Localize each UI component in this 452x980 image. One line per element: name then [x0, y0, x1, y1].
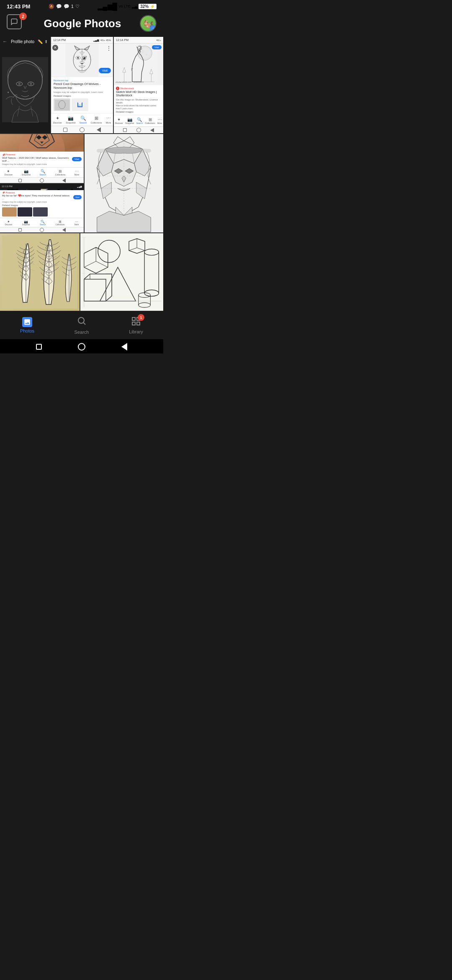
wf-nav-discover[interactable]: ✦Discover	[5, 220, 13, 226]
search-label: Search	[74, 330, 89, 335]
nav-discover[interactable]: ✦ Discover	[53, 116, 62, 124]
arm-nav-ci[interactable]	[40, 178, 44, 183]
wolf-thumb-1[interactable]	[54, 98, 70, 111]
home-button[interactable]	[78, 343, 85, 351]
shutter-nav-discover[interactable]: ✦ Discover	[115, 117, 123, 124]
nav-search[interactable]: 🔍 Search	[80, 116, 87, 124]
nav-back-mini[interactable]	[97, 127, 101, 132]
arm-nav-snapshot[interactable]: 📷Snapshot	[22, 169, 31, 176]
shutter-site: S Shutterstock	[116, 87, 161, 90]
svg-point-4	[18, 83, 21, 85]
wf-visit-btn[interactable]: Visit	[73, 195, 82, 199]
battery-indicator: 32% ⚡	[139, 4, 157, 9]
shutter-nav-back[interactable]	[150, 128, 154, 132]
wolf-nav-bar: ✦ Discover 📷 Snapshot 🔍 Search ⊞ Collect…	[51, 113, 113, 126]
wf-nav-bk[interactable]	[62, 228, 66, 232]
wolf-more-btn[interactable]: ⋮	[106, 45, 112, 52]
edit-icon[interactable]: ✏️	[38, 39, 43, 44]
wf-thumb-3[interactable]	[33, 207, 48, 217]
feathers-cell[interactable]	[0, 233, 80, 311]
shutter-nav-search[interactable]: 🔍 Search	[136, 117, 143, 124]
arm-copyright: Images may be subject to copyright. Lear…	[2, 163, 71, 165]
wf-nav-collections[interactable]: ⊞Collections	[56, 220, 65, 226]
profile-topbar: ← Profile photo ✏️ ⬆	[0, 37, 50, 46]
wf-nav-more[interactable]: ⋯More	[74, 220, 79, 226]
nav-more[interactable]: ⋯ More	[106, 116, 111, 124]
svg-point-5	[30, 83, 32, 85]
wf-nav-snapshot[interactable]: 📷Snapshot	[22, 220, 30, 226]
app-header: 2 Google Photos 🐿️ ↑	[0, 12, 163, 37]
arm-nav-more[interactable]: ⋯More	[74, 169, 79, 176]
title-regular: Google	[44, 17, 82, 30]
svg-rect-83	[137, 322, 140, 325]
shutter-watermark: shutterstock.com · 529280914	[116, 81, 144, 83]
wf-nav-ci[interactable]	[40, 228, 44, 232]
shapes-cell[interactable]	[80, 233, 163, 311]
wolf-visit-btn[interactable]: Visit	[99, 68, 111, 73]
svg-rect-51	[97, 149, 151, 152]
shutter-nav-bar: ✦ Discover 📷 Snapshot 🔍 Search ⊞ Collect…	[114, 115, 163, 126]
messages-button[interactable]: 2	[7, 14, 25, 33]
shutter-nav-circle[interactable]	[136, 128, 141, 132]
nav-search-tab[interactable]: Search	[63, 316, 100, 335]
svg-rect-0	[2, 57, 48, 122]
library-badge: 1	[138, 314, 144, 321]
profile-title: Profile photo	[8, 39, 38, 44]
arm-visit-btn[interactable]: Visit	[72, 157, 82, 161]
nav-photos[interactable]: Photos	[8, 317, 46, 333]
signal-icon: ▂▄▆█	[98, 3, 117, 10]
arm-nav-sq[interactable]	[18, 179, 22, 182]
search-icon	[77, 316, 87, 328]
share-icon[interactable]: ⬆	[44, 39, 48, 44]
shutter-nav-more[interactable]: ⋯ More	[157, 117, 162, 124]
profile-photo-cell[interactable]: ← Profile photo ✏️ ⬆	[0, 37, 50, 133]
silent-icon: 🔕	[49, 4, 54, 9]
bottom-nav: Photos Search 1 Library	[0, 311, 163, 339]
shutter-title: Sketch Wolf HD Stock Images | Shuttersto…	[116, 90, 161, 98]
wolf-forest-cell[interactable]: 12:13 PM ▂▄▆	[0, 184, 84, 232]
geo-face-cell[interactable]	[85, 134, 163, 232]
library-icon-wrapper: 1	[131, 316, 141, 328]
wf-thumb-2[interactable]	[18, 207, 32, 217]
grid-row-2: 📌Pinterest Wolf Tattoos – 2020 DECOR | W…	[0, 134, 163, 232]
wolf-thumb-loading: ○	[72, 98, 88, 111]
shutterstock-cell[interactable]: 12:14 PM 4G+	[114, 37, 163, 133]
nav-square-mini[interactable]	[63, 128, 67, 132]
grid-row-1: ← Profile photo ✏️ ⬆	[0, 37, 163, 133]
shutter-visit-btn[interactable]: Visit	[152, 45, 162, 49]
arm-nav-collections[interactable]: ⊞Collections	[55, 169, 65, 176]
sim-icon: 1	[71, 4, 74, 9]
shutter-body2: Want to know where this information come…	[116, 104, 161, 110]
svg-rect-84	[132, 322, 135, 325]
arm-nav-discover[interactable]: ✦Discover	[5, 169, 13, 176]
recent-apps-button[interactable]	[36, 344, 42, 350]
photo-grid: ← Profile photo ✏️ ⬆	[0, 37, 163, 311]
svg-rect-81	[132, 317, 135, 320]
nav-snapshot[interactable]: 📷 Snapshot	[66, 116, 75, 124]
grid-row2-left: 📌Pinterest Wolf Tattoos – 2020 DECOR | W…	[0, 134, 84, 232]
library-label: Library	[129, 329, 143, 334]
nav-circle-mini[interactable]	[80, 127, 85, 132]
nav-library[interactable]: 1 Library	[117, 316, 155, 334]
arm-pinterest-label: 📌Pinterest	[2, 153, 71, 156]
svg-point-6	[8, 92, 9, 93]
wf-thumb-1[interactable]	[2, 207, 17, 217]
shutter-nav-snapshot[interactable]: 📷 Snapshot	[125, 117, 134, 124]
back-button[interactable]	[121, 343, 127, 351]
nav-collections[interactable]: ⊞ Collections	[91, 116, 102, 124]
title-bold: Photos	[81, 17, 121, 30]
user-avatar[interactable]: 🐿️ ↑	[140, 15, 157, 32]
wf-nav-search[interactable]: 🔍Search	[40, 220, 46, 226]
wf-title: My fav so far! ❤️the eyes! They mezmoriz…	[2, 194, 72, 200]
shutter-nav-collections[interactable]: ⊞ Collections	[145, 117, 155, 124]
wf-nav-sq[interactable]	[18, 228, 22, 232]
wolf-sketch-cell[interactable]: 12:14 PM ▂▄▆ 4G+ 45%	[51, 37, 113, 133]
arm-nav-bk[interactable]	[62, 178, 66, 183]
wolf-site: Novocom.top	[54, 79, 110, 82]
arm-tattoo-cell[interactable]: 📌Pinterest Wolf Tattoos – 2020 DECOR | W…	[0, 134, 84, 183]
status-right: ▂▄▆█ Vo LTE ▂▄ 32% ⚡	[98, 3, 157, 10]
app-title: Google Photos	[44, 17, 121, 30]
shutter-nav-square[interactable]	[123, 128, 127, 132]
arm-nav-search[interactable]: 🔍Search	[39, 169, 46, 176]
status-icons: 🔕 💬 💬 1 ♡	[49, 4, 80, 9]
